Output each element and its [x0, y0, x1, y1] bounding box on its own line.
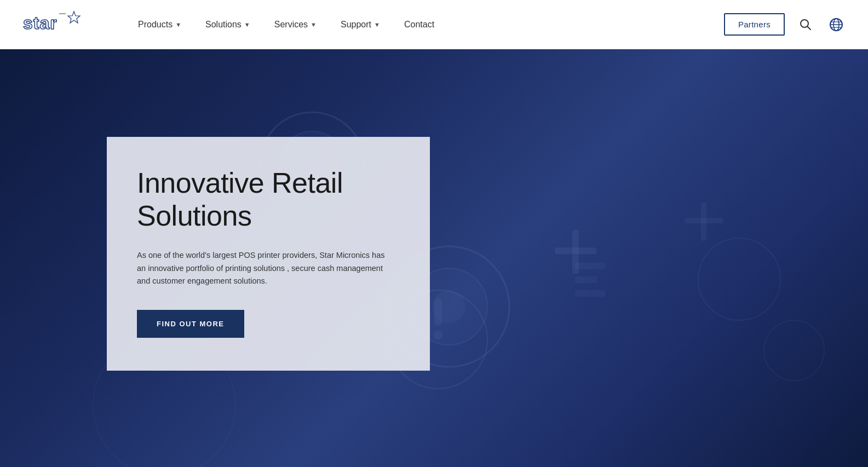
nav-label-solutions: Solutions: [205, 20, 242, 30]
svg-line-4: [808, 26, 811, 30]
svg-rect-20: [555, 247, 596, 254]
nav-right-controls: Partners: [724, 13, 846, 36]
find-out-more-button[interactable]: FIND OUT MORE: [137, 310, 244, 338]
svg-point-27: [764, 320, 824, 380]
chevron-down-icon: ▼: [244, 21, 250, 28]
hero-section: Innovative Retail Solutions As one of th…: [0, 49, 868, 467]
svg-rect-17: [434, 298, 442, 326]
search-icon: [800, 19, 812, 31]
svg-marker-1: [68, 11, 80, 23]
globe-icon: [829, 18, 843, 32]
chevron-down-icon: ▼: [374, 21, 380, 28]
svg-rect-24: [575, 276, 597, 283]
hero-card: Innovative Retail Solutions As one of th…: [107, 137, 430, 371]
nav-label-products: Products: [138, 20, 173, 30]
nav-label-contact: Contact: [404, 20, 434, 30]
chevron-down-icon: ▼: [175, 21, 181, 28]
svg-rect-25: [575, 290, 605, 297]
nav-label-support: Support: [341, 20, 371, 30]
svg-text:star: star: [23, 13, 58, 33]
nav-item-support[interactable]: Support ▼: [329, 0, 392, 49]
svg-point-26: [698, 238, 780, 320]
search-button[interactable]: [796, 15, 815, 34]
hero-title: Innovative Retail Solutions: [137, 167, 400, 233]
svg-rect-23: [575, 263, 605, 269]
chevron-down-icon: ▼: [311, 21, 317, 28]
hero-description: As one of the world's largest POS printe…: [137, 249, 394, 289]
site-header: star Products ▼ Solutions ▼ Services ▼ S…: [0, 0, 868, 49]
nav-item-services[interactable]: Services ▼: [262, 0, 329, 49]
nav-label-services: Services: [274, 20, 308, 30]
partners-button[interactable]: Partners: [724, 13, 785, 36]
main-nav: Products ▼ Solutions ▼ Services ▼ Suppor…: [126, 0, 724, 49]
logo[interactable]: star: [22, 9, 93, 39]
nav-item-solutions[interactable]: Solutions ▼: [193, 0, 262, 49]
nav-item-contact[interactable]: Contact: [392, 0, 446, 49]
language-button[interactable]: [826, 15, 846, 34]
svg-rect-22: [685, 218, 723, 223]
logo-image: star: [22, 9, 93, 39]
nav-item-products[interactable]: Products ▼: [126, 0, 193, 49]
svg-point-18: [434, 331, 442, 339]
